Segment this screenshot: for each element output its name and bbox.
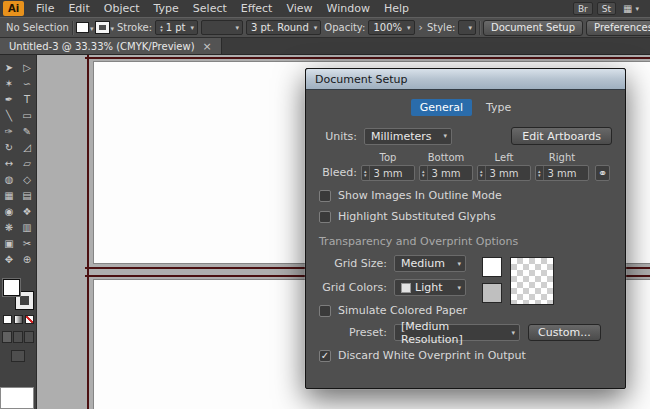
preset-select[interactable]: [Medium Resolution] ▾ [394, 324, 520, 341]
grid-colors-select[interactable]: Light ▾ [394, 279, 466, 296]
style-select[interactable]: ▾ [458, 20, 476, 35]
bleed-left-value: 3 mm [486, 168, 519, 179]
magic-wand-tool[interactable]: ✶ [1, 76, 17, 91]
grid-size-label: Grid Size: [319, 257, 387, 270]
stroke-swatch-icon [96, 22, 109, 33]
chevron-right-icon[interactable]: › [418, 21, 424, 34]
menu-bar: Ai File Edit Object Type Select Effect V… [0, 0, 650, 17]
shape-builder-tool[interactable]: ◍ [1, 172, 17, 187]
units-value: Millimeters [371, 130, 432, 143]
dialog-titlebar[interactable]: Document Setup [306, 69, 625, 90]
bleed-top-field[interactable]: ▴ ▾ 3 mm [361, 165, 415, 181]
pencil-tool[interactable]: ✎ [19, 124, 35, 139]
draw-behind-button[interactable] [13, 331, 23, 343]
bleed-right-field[interactable]: ▴ ▾ 3 mm [535, 165, 589, 181]
preferences-button[interactable]: Preferences [586, 20, 650, 36]
gradient-tool[interactable]: ▤ [19, 188, 35, 203]
stepper-down-icon: ▾ [364, 173, 367, 177]
menu-edit[interactable]: Edit [61, 0, 96, 17]
bleed-guide-top [85, 57, 650, 59]
opacity-select[interactable]: 100% ▾ [368, 20, 414, 35]
slice-tool[interactable]: ✂ [19, 236, 35, 251]
menu-effect[interactable]: Effect [234, 0, 280, 17]
workspace-switcher[interactable]: ▦ ▾ [620, 3, 642, 14]
menu-type[interactable]: Type [147, 0, 186, 17]
color-button[interactable] [3, 315, 12, 324]
pen-tool[interactable]: ✒ [1, 92, 17, 107]
checkbox-simulate-paper[interactable]: Simulate Colored Paper [319, 304, 612, 317]
menu-file[interactable]: File [29, 0, 61, 17]
stepper-arrows-icon[interactable]: ▴ ▾ [420, 166, 428, 180]
stroke-color-control[interactable]: ▾ [96, 22, 114, 33]
chevron-down-icon: ▾ [314, 24, 318, 32]
type-tool[interactable]: T [19, 92, 35, 107]
edit-artboards-button[interactable]: Edit Artboards [511, 127, 612, 145]
stroke-weight-select[interactable]: ▴ ▾ 1 pt ▾ [155, 20, 198, 35]
selection-tool[interactable]: ➤ [1, 60, 17, 75]
mesh-tool[interactable]: ▦ [1, 188, 17, 203]
symbol-sprayer-tool[interactable]: ❋ [1, 220, 17, 235]
tab-type[interactable]: Type [477, 99, 520, 116]
screen-mode-button[interactable] [11, 350, 25, 362]
perspective-grid-tool[interactable]: ◇ [19, 172, 35, 187]
rotate-tool[interactable]: ↻ [1, 140, 17, 155]
menu-help[interactable]: Help [377, 0, 416, 17]
transparency-section-header: Transparency and Overprint Options [319, 235, 612, 248]
document-setup-button[interactable]: Document Setup [483, 20, 583, 36]
grid-size-select[interactable]: Medium ▾ [394, 255, 466, 272]
draw-normal-button[interactable] [2, 331, 12, 343]
zoom-tool[interactable]: ⊕ [19, 252, 35, 267]
app-logo-icon[interactable]: Ai [3, 1, 24, 16]
menu-window[interactable]: Window [320, 0, 377, 17]
close-icon[interactable]: × [203, 40, 212, 53]
blend-tool[interactable]: ❖ [19, 204, 35, 219]
document-tab-bar: Untitled-3 @ 33.33% (CMYK/Preview) × [0, 38, 650, 55]
bridge-button[interactable]: Br [573, 2, 593, 15]
checkbox-highlight-glyphs[interactable]: Highlight Substituted Glyphs [319, 210, 612, 223]
checkbox-label: Simulate Colored Paper [338, 304, 467, 317]
brush-definition-select[interactable]: 3 pt. Round ▾ [246, 20, 321, 35]
draw-inside-button[interactable] [24, 331, 34, 343]
gradient-button[interactable] [14, 315, 23, 324]
link-bleeds-button[interactable]: ⚭ [595, 165, 610, 181]
chevron-down-icon: ▾ [407, 24, 411, 32]
checkbox-discard-white-overprint[interactable]: ✓ Discard White Overprint in Output [319, 349, 612, 362]
grid-colors-value: Light [415, 281, 442, 294]
bleed-left-field[interactable]: ▴ ▾ 3 mm [477, 165, 531, 181]
rectangle-tool[interactable]: ▭ [19, 108, 35, 123]
checkbox-label: Discard White Overprint in Output [338, 349, 526, 362]
none-button[interactable] [25, 315, 34, 324]
line-segment-tool[interactable]: ╲ [1, 108, 17, 123]
units-select[interactable]: Millimeters ▾ [364, 128, 452, 145]
fill-color-control[interactable]: ▾ [76, 22, 94, 33]
bleed-bottom-field[interactable]: ▴ ▾ 3 mm [419, 165, 473, 181]
custom-button[interactable]: Custom... [528, 324, 601, 341]
document-tab[interactable]: Untitled-3 @ 33.33% (CMYK/Preview) × [0, 38, 222, 54]
free-transform-tool[interactable]: ▱ [19, 156, 35, 171]
menu-view[interactable]: View [279, 0, 319, 17]
stepper-arrows-icon[interactable]: ▴ ▾ [362, 166, 370, 180]
artboard-tool[interactable]: ▣ [1, 236, 17, 251]
eyedropper-tool[interactable]: ◉ [1, 204, 17, 219]
width-tool[interactable]: ↔ [1, 156, 17, 171]
bleed-bottom-header: Bottom [419, 152, 473, 163]
direct-selection-tool[interactable]: ▷ [19, 60, 35, 75]
lasso-tool[interactable]: ∽ [19, 76, 35, 91]
zoom-field[interactable] [0, 387, 34, 409]
checkbox-show-images[interactable]: Show Images In Outline Mode [319, 189, 612, 202]
scale-tool[interactable]: ◿ [19, 140, 35, 155]
grid-preview-white-swatch [482, 257, 502, 277]
tools-panel: ➤ ▷ ✶ ∽ ✒ T ╲ ▭ ✑ ✎ ↻ ◿ ↔ ▱ ◍ ◇ ▦ ▤ ◉ ❖ … [0, 55, 37, 409]
hand-tool[interactable]: ✥ [1, 252, 17, 267]
fill-color-swatch[interactable] [3, 279, 20, 296]
stepper-arrows-icon[interactable]: ▴ ▾ [478, 166, 486, 180]
document-setup-dialog: Document Setup General Type Units: Milli… [305, 68, 626, 389]
stock-button[interactable]: St [597, 2, 616, 15]
tab-general[interactable]: General [411, 99, 472, 116]
width-profile-select[interactable]: ▾ [201, 20, 243, 35]
menu-object[interactable]: Object [97, 0, 147, 17]
menu-select[interactable]: Select [186, 0, 234, 17]
column-graph-tool[interactable]: ▥ [19, 220, 35, 235]
stepper-arrows-icon[interactable]: ▴ ▾ [536, 166, 544, 180]
paintbrush-tool[interactable]: ✑ [1, 124, 17, 139]
